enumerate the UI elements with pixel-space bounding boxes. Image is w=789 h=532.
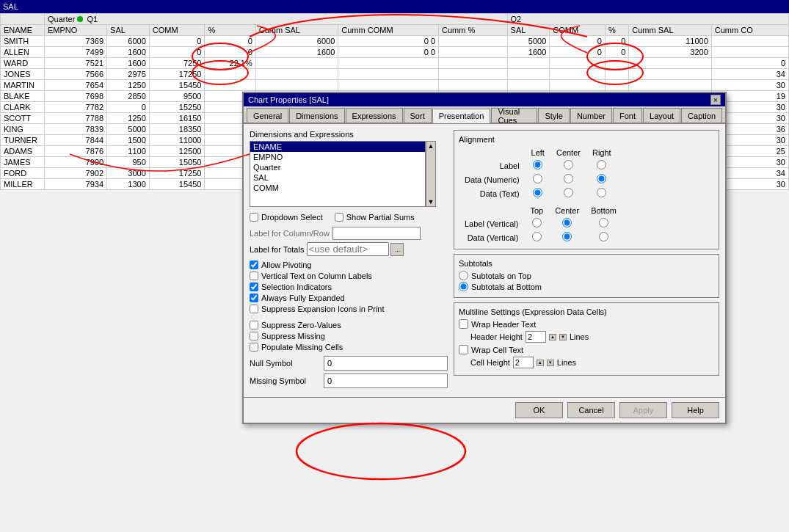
label-vbottom-radio[interactable] [599, 218, 608, 227]
data-vertical-row: Data (Vertical) [459, 230, 524, 244]
tab-dimensions[interactable]: Dimensions [289, 108, 344, 123]
data-vcenter-radio[interactable] [562, 232, 572, 241]
allow-pivoting-checkbox[interactable] [250, 260, 258, 269]
header-height-up[interactable]: ▲ [549, 334, 556, 340]
data-numeric-row: Data (Numeric) [459, 172, 526, 186]
cell-height-input[interactable] [513, 357, 534, 368]
dim-item-comm[interactable]: COMM [250, 183, 425, 193]
suppress-missing-row: Suppress Missing [250, 332, 448, 340]
data-vbottom-radio[interactable] [599, 232, 608, 241]
header-height-down[interactable]: ▼ [559, 334, 567, 340]
cell-height-suffix: Lines [557, 358, 576, 367]
tab-sort[interactable]: Sort [404, 108, 432, 123]
tab-expressions[interactable]: Expressions [346, 108, 403, 123]
list-scroll-up[interactable]: ▲ [427, 142, 435, 150]
subtotals-bottom-radio[interactable] [459, 282, 468, 291]
suppress-zero-label: Suppress Zero-Values [261, 321, 341, 329]
show-partial-sums-checkbox[interactable] [335, 213, 343, 222]
numeric-center-radio[interactable] [564, 174, 573, 183]
cell-height-down[interactable]: ▼ [547, 360, 554, 366]
populate-missing-checkbox[interactable] [250, 343, 258, 351]
title-label: SAL [3, 2, 18, 11]
suppress-expansion-checkbox[interactable] [250, 305, 258, 313]
align-bottom-header: Bottom [585, 205, 622, 216]
label-left-radio[interactable] [533, 160, 542, 170]
dropdown-select-row: Dropdown Select [250, 213, 323, 222]
always-expanded-checkbox[interactable] [250, 294, 258, 302]
ok-button[interactable]: OK [515, 402, 563, 418]
apply-button[interactable]: Apply [619, 402, 667, 418]
label-column-input[interactable] [332, 227, 421, 240]
tab-style[interactable]: Style [538, 108, 569, 123]
suppress-zero-checkbox[interactable] [250, 321, 258, 329]
dim-item-ename[interactable]: ENAME [250, 142, 425, 152]
tab-visual-cues[interactable]: Visual Cues [491, 108, 537, 123]
help-button[interactable]: Help [672, 402, 719, 418]
chart-properties-dialog: Chart Properties [SAL] × General Dimensi… [242, 92, 727, 424]
tab-font[interactable]: Font [613, 108, 642, 123]
q1-dot [77, 16, 83, 22]
cancel-button[interactable]: Cancel [567, 402, 615, 418]
wrap-cell-row: Wrap Cell Text [459, 345, 714, 354]
text-right-radio[interactable] [597, 188, 606, 197]
label-vcenter-radio[interactable] [562, 218, 572, 227]
numeric-right-radio[interactable] [597, 174, 606, 183]
alignment-table: Left Center Right Label D [459, 147, 617, 200]
numeric-left-radio[interactable] [533, 174, 542, 183]
tab-layout[interactable]: Layout [643, 108, 680, 123]
subtotals-bottom-label: Subtotals at Bottom [471, 283, 542, 291]
show-partial-sums-label: Show Partial Sums [346, 213, 415, 222]
dim-list[interactable]: ENAME EMPNO Quarter SAL COMM [250, 141, 426, 207]
label-right-radio[interactable] [597, 160, 606, 170]
label-vtop-radio[interactable] [532, 218, 542, 227]
missing-symbol-row: Missing Symbol [250, 374, 448, 388]
totals-input-wrap: ... [307, 242, 404, 256]
wrap-cell-checkbox[interactable] [459, 345, 468, 354]
cell-height-up[interactable]: ▲ [537, 360, 544, 366]
tab-number[interactable]: Number [570, 108, 612, 123]
col-pct: % [205, 25, 255, 36]
null-symbol-row: Null Symbol [250, 356, 448, 371]
always-expanded-row: Always Fully Expanded [250, 294, 448, 302]
wrap-header-checkbox[interactable] [459, 319, 468, 329]
q2-label: Q2 [511, 15, 522, 23]
totals-browse-button[interactable]: ... [390, 243, 404, 256]
label-totals-input[interactable] [307, 242, 389, 256]
data-vtop-radio[interactable] [532, 232, 542, 241]
vertical-alignment-table: Top Center Bottom Label (Vertical) [459, 205, 622, 244]
label-totals-label: Label for Totals [250, 245, 304, 254]
dialog-buttons: OK Cancel Apply Help [244, 397, 725, 423]
wrap-header-label: Wrap Header Text [471, 320, 536, 329]
label-center-radio[interactable] [564, 160, 573, 170]
tab-general[interactable]: General [247, 108, 288, 123]
selection-indicators-checkbox[interactable] [250, 283, 258, 291]
text-left-radio[interactable] [533, 188, 542, 197]
tab-caption[interactable]: Caption [681, 108, 722, 123]
suppress-missing-checkbox[interactable] [250, 332, 258, 340]
align-left-header: Left [526, 147, 550, 158]
null-symbol-label: Null Symbol [250, 359, 319, 368]
vertical-text-label: Vertical Text on Column Labels [261, 272, 372, 280]
null-symbol-input[interactable] [324, 356, 448, 371]
subtotals-top-radio[interactable] [459, 271, 468, 280]
list-scroll-down[interactable]: ▼ [427, 197, 435, 206]
col-empno: EMPNO [45, 25, 107, 36]
missing-symbol-input[interactable] [324, 374, 448, 388]
vertical-text-checkbox[interactable] [250, 272, 258, 280]
label-column-row: Label for Column/Row [250, 227, 448, 240]
header-height-input[interactable] [526, 331, 546, 343]
show-partial-sums-row: Show Partial Sums [335, 213, 415, 222]
dialog-title: Chart Properties [SAL] [248, 95, 329, 104]
dim-item-sal[interactable]: SAL [250, 172, 425, 183]
suppress-missing-label: Suppress Missing [261, 332, 325, 340]
dim-item-quarter[interactable]: Quarter [250, 162, 425, 172]
dialog-close-button[interactable]: × [710, 95, 721, 105]
q2-header: Q2 [507, 14, 788, 25]
dim-item-empno[interactable]: EMPNO [250, 152, 425, 162]
col-comm: COMM [149, 25, 205, 36]
header-height-suffix: Lines [570, 332, 589, 341]
col-ename: ENAME [1, 25, 45, 36]
dropdown-select-checkbox[interactable] [250, 213, 258, 222]
text-center-radio[interactable] [564, 188, 573, 197]
tab-presentation[interactable]: Presentation [432, 109, 491, 123]
